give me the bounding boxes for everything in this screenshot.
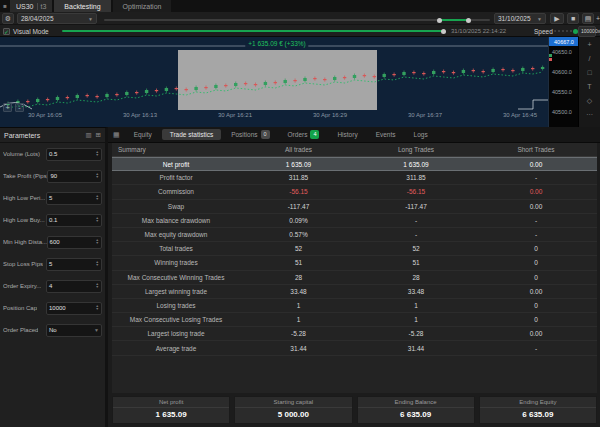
step-down-icon[interactable]: ▼: [96, 264, 99, 268]
playback-progress-handle[interactable]: [441, 29, 446, 34]
stats-row-average-trade[interactable]: Average trade31.4431.44-: [112, 341, 597, 355]
min-high-dista-input[interactable]: 600▲▼: [47, 236, 102, 249]
rectangle-icon[interactable]: □: [584, 68, 596, 77]
tab-positions[interactable]: Positions0: [223, 129, 277, 140]
position-cap-input[interactable]: 10000▲▼: [46, 302, 102, 315]
stat-label: Max Consecutive Losing Trades: [112, 316, 240, 323]
start-date-select[interactable]: 28/04/2025 ▼: [17, 13, 97, 24]
price-axis[interactable]: 40667.0 40650.040600.040550.040500.0: [548, 37, 578, 127]
end-date-select[interactable]: 31/10/2025 ▼: [494, 13, 546, 24]
stats-row-max-consecutive-winning-trades[interactable]: Max Consecutive Winning Trades28280: [112, 271, 597, 285]
stats-row-net-profit[interactable]: Net profit1 635.091 635.090.00: [112, 157, 597, 171]
range-end-handle[interactable]: [466, 18, 471, 23]
card-value: 6 635.09: [480, 408, 596, 419]
stat-label: Average trade: [112, 345, 240, 352]
stepper-arrows-icon[interactable]: ▲▼: [96, 151, 99, 158]
chevron-down-icon[interactable]: ▼: [94, 327, 99, 333]
trendline-icon[interactable]: /: [584, 54, 596, 63]
tab-orders[interactable]: Orders4: [280, 129, 328, 140]
step-down-icon[interactable]: ▼: [96, 242, 99, 246]
stepper-arrows-icon[interactable]: ▲▼: [96, 305, 99, 312]
chart-plot-area[interactable]: +1 635.09 € (+33%) 30 Apr 16:0530 Apr 16…: [0, 37, 548, 127]
high-low-buy-input[interactable]: 0.1▲▼: [46, 214, 102, 227]
stepper-arrows-icon[interactable]: ▲▼: [96, 239, 99, 246]
stats-row-commission[interactable]: Commission-56.15-56.150.00: [112, 185, 597, 199]
tab-backtesting[interactable]: Backtesting: [54, 0, 110, 12]
speed-slider[interactable]: [554, 30, 576, 32]
more-icon[interactable]: ⋯: [584, 110, 596, 119]
tab-events[interactable]: Events: [368, 129, 404, 140]
crosshair-icon[interactable]: +: [584, 40, 596, 49]
tab-logs[interactable]: Logs: [406, 129, 436, 140]
stat-label: Total trades: [112, 245, 240, 252]
stats-row-max-equity-drawdown[interactable]: Max equity drawdown0.57%--: [112, 228, 597, 242]
stat-label: Largest winning trade: [112, 288, 240, 295]
stats-row-largest-losing-trade[interactable]: Largest losing trade-5.28-5.280.00: [112, 327, 597, 341]
visual-mode-label: Visual Mode: [13, 28, 49, 35]
tab-history[interactable]: History: [329, 129, 365, 140]
stats-row-largest-winning-trade[interactable]: Largest winning trade33.4833.480.00: [112, 285, 597, 299]
price-tick: 40650.0: [552, 49, 572, 55]
zoom-in-button[interactable]: +: [3, 103, 12, 112]
save-parameters-icon[interactable]: ▥: [85, 131, 91, 139]
report-icon[interactable]: ▤: [582, 13, 594, 24]
stat-value: -: [475, 174, 597, 181]
play-button[interactable]: ▶: [550, 13, 564, 24]
step-down-icon[interactable]: ▼: [96, 286, 99, 290]
current-price-badge: 40667.0: [549, 37, 579, 46]
stepper-arrows-icon[interactable]: ▲▼: [96, 173, 99, 180]
stat-value: 311.85: [240, 174, 357, 181]
stepper-arrows-icon[interactable]: ▲▼: [96, 261, 99, 268]
date-range-slider[interactable]: [104, 19, 490, 21]
stats-row-max-consecutive-losing-trades[interactable]: Max Consecutive Losing Trades110: [112, 313, 597, 327]
playback-progress-slider[interactable]: [62, 30, 444, 32]
stepper-arrows-icon[interactable]: ▲▼: [96, 195, 99, 202]
stat-value: 0: [475, 274, 597, 281]
parameter-value: 90: [50, 173, 57, 179]
time-tick: 30 Apr 16:29: [313, 112, 347, 118]
zoom-out-button[interactable]: -: [15, 103, 24, 112]
stats-row-winning-trades[interactable]: Winning trades51510: [112, 256, 597, 270]
stats-row-total-trades[interactable]: Total trades52520: [112, 242, 597, 256]
stats-row-profit-factor[interactable]: Profit factor311.85311.85-: [112, 171, 597, 185]
step-down-icon[interactable]: ▼: [96, 220, 99, 224]
stats-row-swap[interactable]: Swap-117.47-117.470.00: [112, 200, 597, 214]
stop-loss-pips-input[interactable]: 5▲▼: [46, 258, 102, 271]
panel-grid-icon[interactable]: ▦: [108, 127, 125, 142]
step-down-icon[interactable]: ▼: [96, 198, 99, 202]
stop-button[interactable]: ■: [567, 13, 579, 24]
step-down-icon[interactable]: ▼: [96, 176, 99, 180]
tab-trade-statistics[interactable]: Trade statistics: [162, 129, 221, 140]
stat-value: 0.57%: [240, 231, 357, 238]
parameter-label: Min High Dista...: [3, 239, 47, 245]
high-low-peri-input[interactable]: 5▲▼: [46, 192, 102, 205]
card-label: Net profit: [113, 397, 229, 408]
volume-lots-input[interactable]: 0.5▲▼: [46, 148, 102, 161]
stepper-arrows-icon[interactable]: ▲▼: [96, 283, 99, 290]
tab-label: Logs: [414, 131, 428, 138]
diamond-icon[interactable]: ◇: [584, 96, 596, 105]
parameter-label: High Low Buy...: [3, 217, 45, 223]
parameter-row: High Low Peri...5▲▼: [0, 187, 105, 209]
take-profit-pips-input[interactable]: 90▲▼: [47, 170, 102, 183]
stats-row-max-balance-drawdown[interactable]: Max balance drawdown0.09%--: [112, 214, 597, 228]
settings-gear-icon[interactable]: ⚙: [2, 13, 14, 24]
parameter-row: Order Expiry...4▲▼: [0, 275, 105, 297]
stats-row-losing-trades[interactable]: Losing trades110: [112, 299, 597, 313]
order-expiry-input[interactable]: 4▲▼: [46, 280, 102, 293]
visual-mode-checkbox[interactable]: ✓: [3, 28, 10, 35]
stepper-arrows-icon[interactable]: ▲▼: [96, 217, 99, 224]
card-value: 1 635.09: [113, 408, 229, 419]
grid-icon[interactable]: ⊞: [96, 131, 101, 139]
tab-instrument[interactable]: US30 t3: [10, 0, 52, 12]
text-icon[interactable]: T: [584, 82, 596, 91]
parameter-row: Stop Loss Pips5▲▼: [0, 253, 105, 275]
tab-equity[interactable]: Equity: [126, 129, 160, 140]
add-icon[interactable]: +: [596, 13, 600, 24]
step-down-icon[interactable]: ▼: [96, 308, 99, 312]
range-start-handle[interactable]: [437, 18, 442, 23]
order-placed-input[interactable]: No▼: [46, 324, 102, 337]
speed-value-spinner[interactable]: 100000x ▲▼: [578, 26, 596, 37]
tab-optimization[interactable]: Optimization: [113, 0, 172, 12]
step-down-icon[interactable]: ▼: [96, 154, 99, 158]
